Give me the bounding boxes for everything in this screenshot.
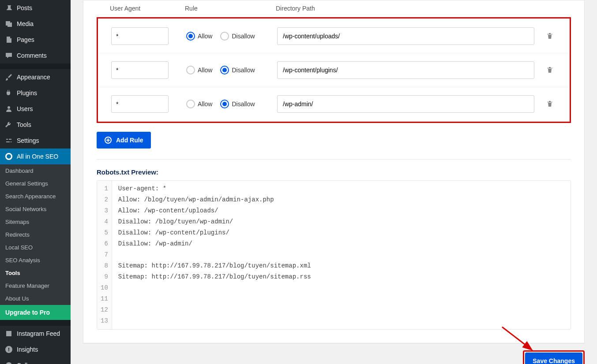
save-highlight-box: Save Changes — [523, 350, 585, 364]
upgrade-to-pro[interactable]: Upgrade to Pro — [0, 305, 71, 320]
user-agent-input[interactable] — [111, 95, 169, 113]
sidebar-item-label: Collapse menu — [17, 362, 58, 364]
disallow-radio[interactable] — [220, 100, 229, 108]
trash-icon — [546, 32, 554, 41]
directory-path-input[interactable] — [277, 27, 534, 45]
sidebar-item-insights[interactable]: Insights — [0, 342, 71, 357]
header-user-agent: User Agent — [110, 5, 185, 12]
line-number: 13 — [101, 316, 108, 327]
sidebar-item-settings[interactable]: Settings — [0, 133, 71, 149]
rules-highlight-box: AllowDisallowAllowDisallowAllowDisallow — [97, 17, 571, 123]
sidebar-item-label: Media — [17, 20, 34, 27]
page-icon — [4, 35, 13, 44]
disallow-label: Disallow — [232, 67, 255, 74]
submenu-item-tools[interactable]: Tools — [0, 267, 71, 279]
plus-circle-icon — [105, 137, 112, 144]
main-content: User Agent Rule Directory Path AllowDisa… — [71, 0, 597, 364]
disallow-radio[interactable] — [220, 32, 229, 41]
robots-preview-box: 12345678910111213 User-agent: *Allow: /b… — [97, 180, 571, 330]
sidebar-item-posts[interactable]: Posts — [0, 0, 71, 16]
sidebar-item-appearance[interactable]: Appearance — [0, 69, 71, 85]
header-rule: Rule — [185, 5, 276, 12]
line-number: 6 — [101, 238, 108, 249]
rule-row: AllowDisallow — [99, 19, 569, 53]
code-line: Disallow: /wp-content/plugins/ — [118, 227, 311, 238]
user-agent-input[interactable] — [111, 27, 169, 45]
line-number: 8 — [101, 260, 108, 271]
sidebar-item-label: Tools — [17, 121, 31, 128]
delete-rule-button[interactable] — [543, 100, 556, 109]
delete-rule-button[interactable] — [543, 66, 556, 75]
collapse-icon — [4, 361, 13, 364]
header-directory-path: Directory Path — [276, 5, 571, 12]
submenu-item-feature-manager[interactable]: Feature Manager — [0, 279, 71, 292]
submenu-item-seo-analysis[interactable]: SEO Analysis — [0, 254, 71, 267]
line-number: 5 — [101, 227, 108, 238]
sidebar-item-label: Appearance — [17, 74, 50, 81]
disallow-label: Disallow — [232, 100, 255, 108]
plugin-icon — [4, 89, 13, 97]
code-line — [118, 305, 311, 316]
submenu-item-dashboard[interactable]: Dashboard — [0, 164, 71, 177]
sidebar-item-media[interactable]: Media — [0, 16, 71, 32]
sidebar-item-label: Insights — [17, 346, 38, 353]
disallow-label: Disallow — [232, 33, 255, 40]
delete-rule-button[interactable] — [543, 32, 556, 41]
code-line: User-agent: * — [118, 183, 311, 194]
sidebar-item-label: Posts — [17, 4, 32, 11]
line-number: 7 — [101, 249, 108, 260]
sidebar-item-label: Comments — [17, 52, 47, 59]
sliders-icon — [4, 136, 13, 145]
add-rule-button[interactable]: Add Rule — [97, 132, 151, 149]
code-line: Sitemap: http://167.99.78.217/blog/tuyen… — [118, 260, 311, 271]
line-number: 10 — [101, 282, 108, 293]
submenu-item-social-networks[interactable]: Social Networks — [0, 203, 71, 215]
allow-radio[interactable] — [186, 66, 195, 74]
allow-label: Allow — [198, 100, 212, 108]
line-number: 12 — [101, 305, 108, 316]
sidebar-item-comments[interactable]: Comments — [0, 48, 71, 63]
sidebar-item-tools[interactable]: Tools — [0, 117, 71, 133]
add-rule-label: Add Rule — [116, 137, 143, 144]
wrench-icon — [4, 120, 13, 129]
user-icon — [4, 104, 13, 113]
allow-radio[interactable] — [186, 32, 195, 41]
line-number: 4 — [101, 216, 108, 227]
admin-sidebar: PostsMediaPagesCommentsAppearancePlugins… — [0, 0, 71, 364]
save-changes-button[interactable]: Save Changes — [525, 353, 582, 364]
rule-row: AllowDisallow — [99, 53, 569, 87]
sidebar-item-label: Settings — [17, 137, 39, 144]
line-number: 1 — [101, 183, 108, 194]
code-line: Allow: /blog/tuyen/wp-admin/admin-ajax.p… — [118, 194, 311, 205]
feed-icon — [4, 329, 13, 338]
code-line — [118, 316, 311, 327]
submenu-item-about-us[interactable]: About Us — [0, 292, 71, 305]
code-line — [118, 282, 311, 293]
code-line — [118, 293, 311, 305]
insights-icon — [4, 345, 13, 354]
directory-path-input[interactable] — [277, 95, 534, 113]
trash-icon — [546, 100, 554, 109]
line-number: 3 — [101, 205, 108, 216]
code-line: Disallow: /wp-admin/ — [118, 238, 311, 249]
sidebar-item-all-in-one-seo[interactable]: All in One SEO — [0, 149, 71, 164]
directory-path-input[interactable] — [277, 61, 534, 79]
sidebar-item-plugins[interactable]: Plugins — [0, 85, 71, 101]
disallow-radio[interactable] — [220, 66, 229, 74]
trash-icon — [546, 66, 554, 75]
submenu-item-redirects[interactable]: Redirects — [0, 228, 71, 241]
sidebar-item-users[interactable]: Users — [0, 101, 71, 117]
submenu-item-search-appearance[interactable]: Search Appearance — [0, 190, 71, 203]
submenu-item-local-seo[interactable]: Local SEO — [0, 241, 71, 254]
code-line — [118, 249, 311, 260]
allow-radio[interactable] — [186, 100, 195, 108]
sidebar-item-pages[interactable]: Pages — [0, 32, 71, 48]
submenu-item-general-settings[interactable]: General Settings — [0, 177, 71, 190]
sidebar-item-instagram-feed[interactable]: Instagram Feed — [0, 326, 71, 342]
user-agent-input[interactable] — [111, 61, 169, 79]
code-line: Allow: /wp-content/uploads/ — [118, 205, 311, 216]
aioseo-icon — [4, 152, 13, 161]
sidebar-item-label: Plugins — [17, 89, 37, 97]
submenu-item-sitemaps[interactable]: Sitemaps — [0, 215, 71, 228]
sidebar-item-collapse-menu[interactable]: Collapse menu — [0, 357, 71, 364]
